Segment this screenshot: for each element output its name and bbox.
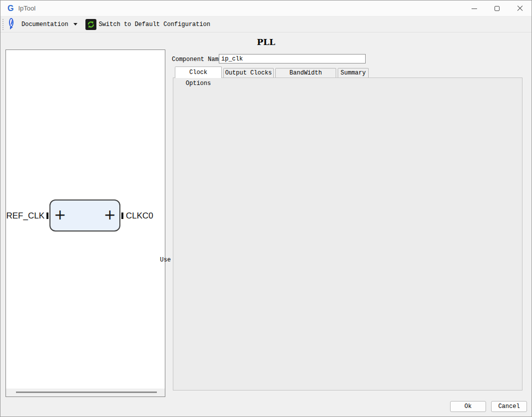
close-button[interactable]: [509, 0, 532, 16]
toolbar-drag-handle[interactable]: [2, 19, 4, 30]
minimize-button[interactable]: [463, 0, 486, 16]
switch-default-label: Switch to Default Configuration: [99, 21, 210, 28]
ref-clk-port-label: REF_CLK: [6, 211, 44, 221]
switch-default-button[interactable]: Switch to Default Configuration: [83, 18, 212, 31]
maximize-icon: [495, 6, 500, 11]
component-name-input[interactable]: [219, 54, 366, 64]
tab-bandwidth-setting[interactable]: BandWidth Setting: [275, 68, 336, 78]
cancel-button[interactable]: Cancel: [491, 401, 527, 412]
page-title: PLL: [0, 37, 532, 47]
clock-options-pane: [173, 78, 523, 390]
expand-left-icon[interactable]: +: [54, 208, 66, 222]
app-logo-icon: G: [7, 4, 13, 13]
sync-icon: [85, 19, 96, 30]
output-pin: [121, 212, 123, 219]
window-title: IpTool: [18, 4, 35, 12]
scrollbar-thumb[interactable]: [16, 392, 157, 393]
documentation-button[interactable]: i Documentation: [7, 18, 70, 30]
expand-right-icon[interactable]: +: [104, 208, 116, 222]
title-bar: G IpTool: [0, 0, 532, 16]
maximize-button[interactable]: [486, 0, 509, 16]
input-pin: [46, 212, 48, 219]
app-window: G IpTool i Documentation: [0, 0, 532, 417]
tab-output-clocks[interactable]: Output Clocks: [223, 68, 274, 78]
tab-summary[interactable]: Summary: [338, 68, 369, 78]
toolbar: i Documentation Switch to Default Config…: [0, 16, 532, 32]
clkc0-port-label: CLKC0: [126, 211, 153, 221]
info-icon: i: [9, 20, 19, 29]
pll-block: + +: [49, 200, 120, 232]
component-name-label: Component Name: [172, 56, 222, 63]
schematic-panel: REF_CLK + + CLKC0: [5, 50, 165, 397]
ok-button[interactable]: Ok: [450, 401, 486, 412]
close-icon: [517, 6, 523, 12]
horizontal-scrollbar[interactable]: [6, 388, 165, 396]
documentation-label: Documentation: [21, 21, 68, 28]
tab-clock-options[interactable]: Clock Options: [175, 66, 222, 78]
documentation-dropdown-icon[interactable]: [73, 23, 77, 26]
minimize-icon: [472, 8, 477, 9]
